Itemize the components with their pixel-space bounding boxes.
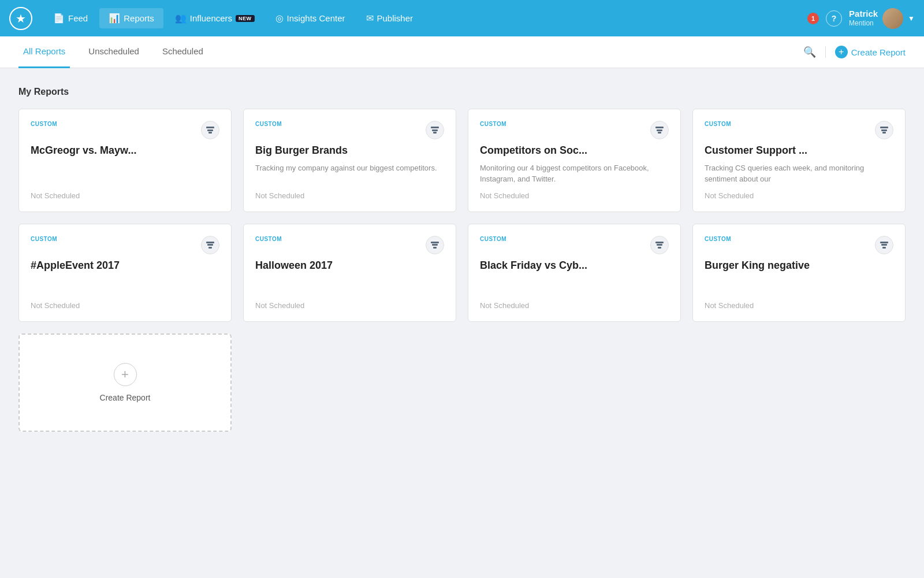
- card-menu-icon-3[interactable]: [650, 121, 669, 139]
- card-status-8: Not Scheduled: [705, 301, 893, 310]
- card-type-7: CUSTOM: [480, 236, 506, 242]
- subnav: All Reports Unscheduled Scheduled 🔍 + Cr…: [0, 36, 924, 68]
- nav-item-publisher[interactable]: ✉ Publisher: [357, 8, 423, 28]
- nav-item-influencers-label: Influencers: [190, 13, 232, 23]
- nav-item-insights[interactable]: ◎ Insights Center: [266, 8, 355, 28]
- card-title-5: #AppleEvent 2017: [31, 259, 219, 272]
- report-card-2[interactable]: CUSTOM Big Burger Brands Tracking my com…: [243, 109, 456, 212]
- card-title-1: McGreogr vs. Mayw...: [31, 144, 219, 157]
- card-type-4: CUSTOM: [705, 121, 731, 127]
- divider: [825, 46, 826, 58]
- create-report-button[interactable]: + Create Report: [835, 46, 906, 58]
- card-menu-icon-6[interactable]: [426, 236, 444, 254]
- card-description-1: [31, 163, 219, 184]
- card-type-5: CUSTOM: [31, 236, 57, 242]
- card-type-6: CUSTOM: [255, 236, 282, 242]
- card-status-5: Not Scheduled: [31, 301, 219, 310]
- report-card-8[interactable]: CUSTOM Burger King negative Not Schedule…: [692, 224, 906, 322]
- nav-item-feed-label: Feed: [68, 13, 88, 23]
- nav-item-feed[interactable]: 📄 Feed: [44, 8, 97, 28]
- subnav-tabs: All Reports Unscheduled Scheduled: [18, 36, 803, 68]
- publisher-icon: ✉: [366, 13, 374, 24]
- logo-icon[interactable]: ★: [9, 7, 32, 30]
- card-title-8: Burger King negative: [705, 259, 893, 272]
- main-content: My Reports CUSTOM McGreogr vs. Mayw... N…: [0, 68, 924, 450]
- card-header-1: CUSTOM: [31, 121, 219, 139]
- tab-scheduled[interactable]: Scheduled: [158, 36, 208, 68]
- navbar: ★ 📄 Feed 📊 Reports 👥 Influencers NEW ◎ I…: [0, 0, 924, 36]
- layers-icon-7: [655, 242, 664, 249]
- card-menu-icon-4[interactable]: [875, 121, 893, 139]
- card-type-3: CUSTOM: [480, 121, 506, 127]
- tab-unscheduled[interactable]: Unscheduled: [84, 36, 144, 68]
- insights-icon: ◎: [275, 13, 284, 24]
- search-icon[interactable]: 🔍: [803, 46, 816, 58]
- nav-item-publisher-label: Publisher: [377, 13, 413, 23]
- card-description-4: Tracking CS queries each week, and monit…: [705, 163, 893, 184]
- chevron-down-icon: ▼: [908, 14, 915, 23]
- report-card-7[interactable]: CUSTOM Black Friday vs Cyb... Not Schedu…: [468, 224, 681, 322]
- nav-item-reports[interactable]: 📊 Reports: [99, 8, 163, 28]
- card-menu-icon-1[interactable]: [201, 121, 219, 139]
- notification-badge[interactable]: 1: [807, 13, 819, 24]
- card-title-3: Competitors on Soc...: [480, 144, 669, 157]
- card-status-6: Not Scheduled: [255, 301, 444, 310]
- card-type-8: CUSTOM: [705, 236, 731, 242]
- user-subtitle: Mention: [849, 19, 878, 27]
- card-menu-icon-5[interactable]: [201, 236, 219, 254]
- card-description-3: Monitoring our 4 biggest competitors on …: [480, 163, 669, 184]
- card-header-6: CUSTOM: [255, 236, 444, 254]
- reports-grid-row2: CUSTOM #AppleEvent 2017 Not Scheduled CU…: [18, 224, 906, 322]
- reports-grid-row1: CUSTOM McGreogr vs. Mayw... Not Schedule…: [18, 109, 906, 212]
- card-menu-icon-2[interactable]: [426, 121, 444, 139]
- layers-icon-2: [431, 127, 439, 134]
- card-description-5: [31, 278, 219, 294]
- card-description-8: [705, 278, 893, 294]
- card-description-7: [480, 278, 669, 294]
- layers-icon-3: [655, 127, 664, 134]
- report-card-3[interactable]: CUSTOM Competitors on Soc... Monitoring …: [468, 109, 681, 212]
- card-menu-icon-7[interactable]: [650, 236, 669, 254]
- report-card-6[interactable]: CUSTOM Halloween 2017 Not Scheduled: [243, 224, 456, 322]
- card-title-4: Customer Support ...: [705, 144, 893, 157]
- create-report-card[interactable]: + Create Report: [18, 334, 232, 432]
- card-title-7: Black Friday vs Cyb...: [480, 259, 669, 272]
- influencers-icon: 👥: [175, 13, 187, 24]
- nav-item-influencers[interactable]: 👥 Influencers NEW: [166, 8, 264, 28]
- tab-all-reports[interactable]: All Reports: [18, 36, 70, 68]
- report-card-4[interactable]: CUSTOM Customer Support ... Tracking CS …: [692, 109, 906, 212]
- card-title-6: Halloween 2017: [255, 259, 444, 272]
- help-button[interactable]: ?: [826, 10, 842, 27]
- layers-icon-8: [880, 242, 888, 249]
- reports-icon: 📊: [109, 13, 120, 24]
- card-menu-icon-8[interactable]: [875, 236, 893, 254]
- card-header-7: CUSTOM: [480, 236, 669, 254]
- subnav-right: 🔍 + Create Report: [803, 46, 906, 58]
- layers-icon-1: [206, 127, 214, 134]
- report-card-5[interactable]: CUSTOM #AppleEvent 2017 Not Scheduled: [18, 224, 232, 322]
- avatar: [882, 8, 903, 29]
- card-header-3: CUSTOM: [480, 121, 669, 139]
- card-header-8: CUSTOM: [705, 236, 893, 254]
- user-info[interactable]: Patrick Mention ▼: [849, 8, 915, 29]
- card-header-5: CUSTOM: [31, 236, 219, 254]
- create-card-label: Create Report: [100, 393, 151, 402]
- user-text: Patrick Mention: [849, 9, 878, 27]
- card-status-1: Not Scheduled: [31, 191, 219, 200]
- card-status-7: Not Scheduled: [480, 301, 669, 310]
- card-status-3: Not Scheduled: [480, 191, 669, 200]
- nav-item-reports-label: Reports: [124, 13, 154, 23]
- nav-item-insights-label: Insights Center: [287, 13, 345, 23]
- layers-icon-5: [206, 242, 214, 249]
- layers-icon-4: [880, 127, 888, 134]
- report-card-1[interactable]: CUSTOM McGreogr vs. Mayw... Not Schedule…: [18, 109, 232, 212]
- card-header-2: CUSTOM: [255, 121, 444, 139]
- user-name: Patrick: [849, 9, 878, 19]
- card-title-2: Big Burger Brands: [255, 144, 444, 157]
- card-status-4: Not Scheduled: [705, 191, 893, 200]
- card-header-4: CUSTOM: [705, 121, 893, 139]
- card-type-2: CUSTOM: [255, 121, 282, 127]
- card-type-1: CUSTOM: [31, 121, 57, 127]
- nav-right: 1 ? Patrick Mention ▼: [807, 8, 915, 29]
- create-plus-icon: +: [114, 363, 137, 386]
